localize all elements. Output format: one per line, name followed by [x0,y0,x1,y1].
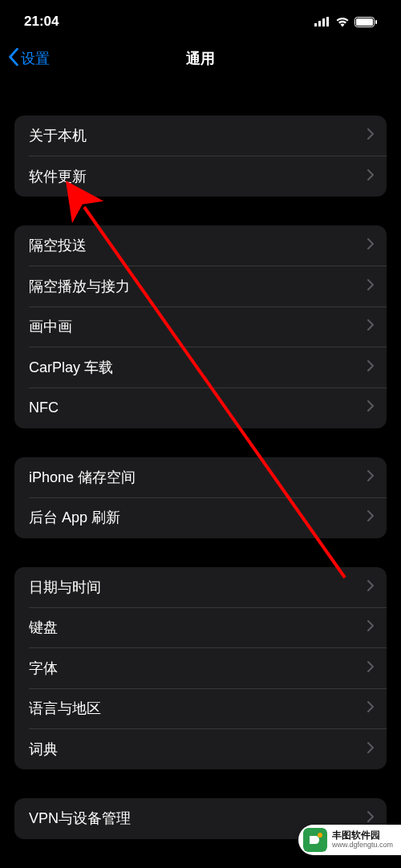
wifi-icon [335,17,350,27]
svg-rect-3 [326,17,329,26]
cell-airplay-handoff[interactable]: 隔空播放与接力 [14,266,387,307]
cell-label: 键盘 [29,618,58,637]
cell-airdrop[interactable]: 隔空投送 [14,225,387,266]
svg-rect-5 [356,18,373,26]
cell-iphone-storage[interactable]: iPhone 储存空间 [14,457,387,498]
cellular-signal-icon [314,17,330,26]
back-button[interactable]: 设置 [8,48,50,70]
chevron-right-icon [367,620,374,635]
chevron-right-icon [367,319,374,334]
cell-dictionary[interactable]: 词典 [14,729,387,770]
settings-group: 关于本机 软件更新 [14,116,387,197]
page-title: 通用 [186,49,215,68]
svg-rect-0 [314,23,317,26]
cell-label: 画中画 [29,317,72,336]
cell-label: 语言与地区 [29,699,101,718]
svg-rect-6 [375,20,377,24]
status-bar: 21:04 [0,0,401,40]
chevron-right-icon [367,701,374,716]
chevron-right-icon [367,470,374,485]
chevron-right-icon [367,169,374,184]
chevron-right-icon [367,238,374,253]
svg-rect-2 [322,18,325,26]
settings-group: 隔空投送 隔空播放与接力 画中画 CarPlay 车载 NFC [14,225,387,428]
settings-group: 日期与时间 键盘 字体 语言与地区 词典 [14,567,387,770]
cell-nfc[interactable]: NFC [14,387,387,428]
chevron-right-icon [367,661,374,675]
svg-point-10 [318,833,322,838]
cell-label: 后台 App 刷新 [29,508,120,527]
cell-label: 字体 [29,659,58,678]
cell-background-app-refresh[interactable]: 后台 App 刷新 [14,497,387,538]
chevron-right-icon [367,580,374,594]
watermark-logo-icon [303,828,327,852]
cell-label: iPhone 储存空间 [29,468,136,487]
chevron-right-icon [367,400,374,415]
settings-content: 关于本机 软件更新 隔空投送 隔空播放与接力 画中画 CarPlay 车载 NF… [0,116,401,839]
cell-label: 隔空投送 [29,236,87,255]
chevron-right-icon [367,279,374,294]
cell-label: VPN与设备管理 [29,809,131,828]
cell-keyboard[interactable]: 键盘 [14,607,387,648]
chevron-right-icon [367,742,374,756]
watermark: 丰图软件园 www.dgfengtu.com [298,825,401,855]
cell-label: CarPlay 车载 [29,358,113,377]
back-label: 设置 [21,49,50,68]
navigation-bar: 设置 通用 [0,40,401,83]
cell-software-update[interactable]: 软件更新 [14,156,387,197]
cell-label: 隔空播放与接力 [29,277,130,296]
cell-label: 软件更新 [29,167,87,186]
status-indicators [314,17,377,27]
chevron-left-icon [8,48,19,70]
cell-carplay[interactable]: CarPlay 车载 [14,347,387,388]
cell-language-region[interactable]: 语言与地区 [14,688,387,729]
cell-date-time[interactable]: 日期与时间 [14,567,387,608]
chevron-right-icon [367,360,374,375]
cell-picture-in-picture[interactable]: 画中画 [14,306,387,347]
cell-label: 词典 [29,740,58,759]
chevron-right-icon [367,811,374,825]
battery-icon [354,17,377,27]
watermark-url: www.dgfengtu.com [332,842,393,850]
chevron-right-icon [367,510,374,525]
status-time: 21:04 [24,14,59,30]
cell-label: 关于本机 [29,126,87,145]
cell-about[interactable]: 关于本机 [14,116,387,156]
svg-rect-1 [318,21,321,26]
cell-label: NFC [29,400,59,416]
chevron-right-icon [367,128,374,143]
watermark-title: 丰图软件园 [332,830,393,841]
cell-fonts[interactable]: 字体 [14,648,387,689]
cell-label: 日期与时间 [29,578,101,597]
settings-group: iPhone 储存空间 后台 App 刷新 [14,457,387,538]
